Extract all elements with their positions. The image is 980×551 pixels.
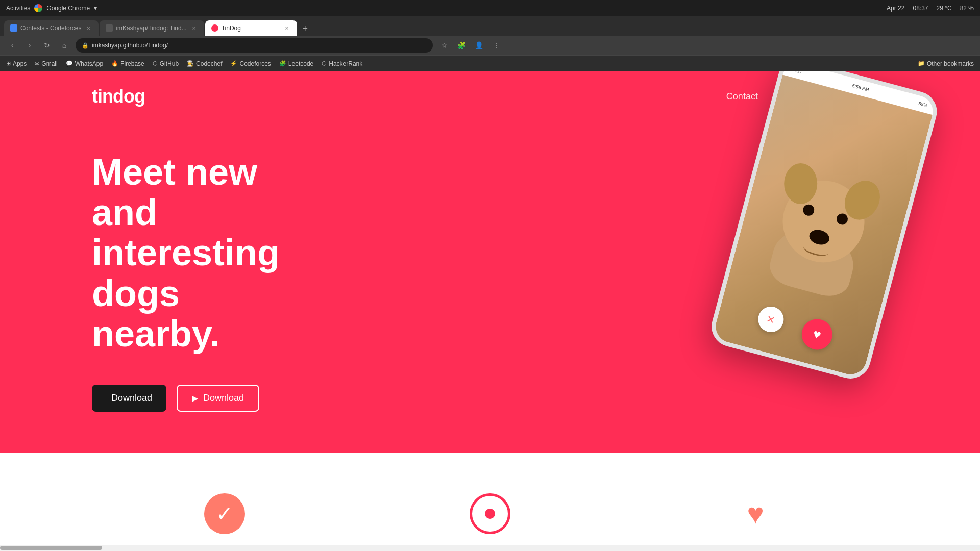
apps-icon: ⊞ (6, 60, 11, 67)
bookmark-label: Leetcode (288, 60, 313, 67)
gmail-icon: ✉ (35, 60, 39, 67)
bookmark-label: Codeforces (239, 60, 271, 67)
leetcode-icon: 🧩 (279, 60, 286, 67)
phone-dog-image: ✕ ♥ (712, 75, 933, 378)
hero-buttons: Download ▶ Download (92, 385, 265, 412)
dislike-button-icon: ✕ (755, 304, 787, 335)
apple-download-label: Download (111, 393, 152, 404)
google-download-button[interactable]: ▶ Download (177, 385, 259, 412)
bookmark-label: GitHub (160, 60, 179, 67)
time-display: 08:37 (913, 5, 928, 12)
menu-button[interactable]: ⋮ (490, 39, 502, 52)
bookmark-codechef[interactable]: 👨‍🍳 Codechef (187, 60, 222, 67)
lock-icon: 🔒 (82, 42, 89, 49)
bookmark-star-button[interactable]: ☆ (438, 39, 450, 52)
bookmark-label: WhatsApp (75, 60, 103, 67)
temp-display: 29 °C (936, 5, 951, 12)
tab-favicon (211, 24, 218, 32)
url-text: imkashyap.github.io/Tindog/ (92, 42, 168, 49)
date-display: Apr 22 (887, 5, 904, 12)
firebase-icon: 🔥 (111, 60, 118, 67)
activities-label[interactable]: Activities (6, 5, 30, 12)
tab-close-button[interactable]: ✕ (283, 24, 291, 32)
website-content: tindog Contact Pricing Download Meet new… (0, 71, 980, 551)
extensions-button[interactable]: 🧩 (455, 39, 468, 52)
chrome-label: Google Chrome (46, 5, 90, 12)
battery-label: 55% (918, 101, 928, 108)
feature-easy-to-use: ✓ Easy to use. (92, 493, 357, 551)
tab-imkashyap[interactable]: imKashyap/Tindog: Tind... ✕ (100, 20, 204, 36)
tab-close-button[interactable]: ✕ (84, 24, 92, 32)
target-center (485, 509, 495, 519)
google-play-icon: ▶ (192, 393, 198, 403)
hero-content: Meet new and interesting dogs nearby. Do… (0, 121, 357, 453)
heart-icon: ♥ (735, 493, 776, 534)
codechef-icon: 👨‍🍳 (187, 60, 194, 67)
bookmark-apps[interactable]: ⊞ Apps (6, 60, 27, 67)
chrome-logo-icon (34, 4, 42, 12)
browser-addressbar: ‹ › ↻ ⌂ 🔒 imkashyap.github.io/Tindog/ ☆ … (0, 36, 980, 55)
back-button[interactable]: ‹ (6, 39, 18, 52)
heart-symbol: ♥ (747, 497, 764, 530)
github-icon: ⬡ (153, 60, 158, 67)
horizontal-scrollbar[interactable] (0, 545, 980, 551)
target-icon (470, 493, 510, 534)
browser-chrome: Activities Google Chrome ▾ Apr 22 08:37 … (0, 0, 980, 71)
hackerrank-icon: ⬡ (322, 60, 327, 67)
feature-elite-clientele: Elite Clientele (357, 493, 623, 551)
bookmark-hackerrank[interactable]: ⬡ HackerRank (322, 60, 362, 67)
bookmark-label: Codechef (196, 60, 222, 67)
bookmark-codeforces[interactable]: ⚡ Codeforces (230, 60, 271, 67)
browser-bookmarks-bar: ⊞ Apps ✉ Gmail 💬 WhatsApp 🔥 Firebase ⬡ G… (0, 55, 980, 71)
bookmark-label: HackerRank (329, 60, 362, 67)
chrome-dropdown-icon[interactable]: ▾ (94, 5, 97, 12)
address-input[interactable]: 🔒 imkashyap.github.io/Tindog/ (76, 38, 433, 53)
brand-logo[interactable]: tindog (92, 86, 145, 107)
tab-favicon (106, 24, 113, 32)
check-icon: ✓ (204, 493, 245, 534)
profile-button[interactable]: 👤 (473, 39, 485, 52)
tab-close-button[interactable]: ✕ (190, 24, 198, 32)
phone-action-overlay: ✕ ♥ (716, 293, 874, 363)
browser-tabs: Contests - Codeforces ✕ imKashyap/Tindog… (0, 16, 980, 36)
bookmark-label: Gmail (41, 60, 57, 67)
carrier-label: AT&T (791, 71, 803, 74)
whatsapp-icon: 💬 (66, 60, 73, 67)
system-info: Apr 22 08:37 29 °C 82 % (887, 5, 974, 12)
apple-download-button[interactable]: Download (92, 385, 166, 412)
tab-label: Contests - Codeforces (20, 24, 81, 32)
tab-label: imKashyap/Tindog: Tind... (116, 24, 186, 32)
battery-display: 82 % (960, 5, 974, 12)
phone-mockup-container: AT&T 5:58 PM 55% (745, 71, 939, 378)
phone-screen: AT&T 5:58 PM 55% (712, 71, 937, 378)
tab-tindog[interactable]: TinDog ✕ (205, 20, 297, 36)
tab-favicon (10, 24, 17, 32)
bookmark-leetcode[interactable]: 🧩 Leetcode (279, 60, 313, 67)
bookmark-github[interactable]: ⬡ GitHub (153, 60, 179, 67)
reload-button[interactable]: ↻ (41, 39, 53, 52)
forward-button[interactable]: › (23, 39, 36, 52)
like-button-icon: ♥ (798, 316, 836, 353)
tab-label: TinDog (222, 24, 241, 32)
bookmark-other[interactable]: 📁 Other bookmarks (918, 60, 974, 67)
features-section: ✓ Easy to use. Elite Clientele ♥ Guarant… (0, 453, 980, 551)
scrollbar-thumb[interactable] (0, 546, 102, 550)
hero-title: Meet new and interesting dogs nearby. (92, 152, 265, 354)
bookmark-firebase[interactable]: 🔥 Firebase (111, 60, 144, 67)
codeforces-icon: ⚡ (230, 60, 237, 67)
phone-time: 5:58 PM (852, 83, 870, 92)
home-button[interactable]: ⌂ (58, 39, 70, 52)
bookmark-label: Other bookmarks (927, 60, 974, 67)
tab-contests[interactable]: Contests - Codeforces ✕ (4, 20, 99, 36)
bookmark-label: Apps (13, 60, 27, 67)
new-tab-button[interactable]: + (298, 21, 312, 36)
feature-guaranteed: ♥ Guaranteed to work. (623, 493, 888, 551)
google-download-label: Download (203, 393, 244, 404)
hero-section: tindog Contact Pricing Download Meet new… (0, 71, 980, 453)
bookmark-gmail[interactable]: ✉ Gmail (35, 60, 57, 67)
bookmark-whatsapp[interactable]: 💬 WhatsApp (66, 60, 103, 67)
folder-icon: 📁 (918, 60, 925, 67)
browser-topbar: Activities Google Chrome ▾ Apr 22 08:37 … (0, 0, 980, 16)
checkmark-symbol: ✓ (216, 502, 233, 525)
bookmark-label: Firebase (120, 60, 144, 67)
